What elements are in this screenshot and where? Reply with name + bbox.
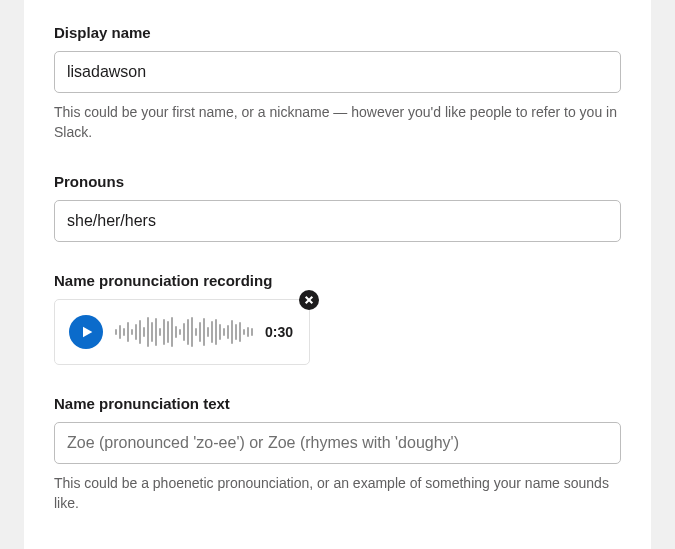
waveform-bar <box>163 319 165 345</box>
waveform-bar <box>147 317 149 347</box>
remove-recording-button[interactable] <box>299 290 319 310</box>
waveform-bar <box>195 328 197 336</box>
display-name-input[interactable] <box>54 51 621 93</box>
waveform-bar <box>223 328 225 336</box>
pronouns-input[interactable] <box>54 200 621 242</box>
waveform-bar <box>183 323 185 341</box>
display-name-helper: This could be your first name, or a nick… <box>54 102 621 143</box>
pronouns-label: Pronouns <box>54 173 621 190</box>
waveform-bar <box>207 327 209 337</box>
waveform-bar <box>127 322 129 342</box>
waveform <box>115 314 253 350</box>
waveform-bar <box>191 317 193 347</box>
close-icon <box>304 295 314 305</box>
recording-duration: 0:30 <box>265 324 293 340</box>
pronunciation-recording-label: Name pronunciation recording <box>54 272 621 289</box>
waveform-bar <box>227 325 229 339</box>
waveform-bar <box>187 319 189 345</box>
waveform-bar <box>211 321 213 343</box>
waveform-bar <box>167 321 169 343</box>
play-icon <box>79 324 95 340</box>
waveform-bar <box>199 322 201 342</box>
waveform-bar <box>247 327 249 337</box>
waveform-bar <box>159 328 161 336</box>
waveform-bar <box>171 317 173 347</box>
waveform-bar <box>215 319 217 345</box>
pronunciation-text-input[interactable] <box>54 422 621 464</box>
waveform-bar <box>155 318 157 346</box>
pronunciation-recording-section: Name pronunciation recording 0:30 <box>54 272 621 365</box>
profile-form-card: Display name This could be your first na… <box>24 0 651 549</box>
waveform-bar <box>135 324 137 340</box>
play-button[interactable] <box>69 315 103 349</box>
waveform-bar <box>239 322 241 342</box>
recording-player: 0:30 <box>54 299 310 365</box>
waveform-bar <box>115 329 117 335</box>
display-name-section: Display name This could be your first na… <box>54 24 621 143</box>
display-name-label: Display name <box>54 24 621 41</box>
waveform-bar <box>235 324 237 340</box>
waveform-bar <box>179 329 181 335</box>
pronouns-section: Pronouns <box>54 173 621 242</box>
waveform-bar <box>243 329 245 335</box>
pronunciation-text-section: Name pronunciation text This could be a … <box>54 395 621 514</box>
waveform-bar <box>119 325 121 339</box>
waveform-bar <box>143 327 145 337</box>
waveform-bar <box>219 324 221 340</box>
pronunciation-text-label: Name pronunciation text <box>54 395 621 412</box>
waveform-bar <box>175 326 177 338</box>
waveform-bar <box>251 328 253 336</box>
waveform-bar <box>131 329 133 335</box>
waveform-bar <box>139 320 141 344</box>
waveform-bar <box>231 320 233 344</box>
waveform-bar <box>151 322 153 342</box>
waveform-bar <box>203 318 205 346</box>
waveform-bar <box>123 328 125 336</box>
pronunciation-text-helper: This could be a phoenetic pronounciation… <box>54 473 621 514</box>
